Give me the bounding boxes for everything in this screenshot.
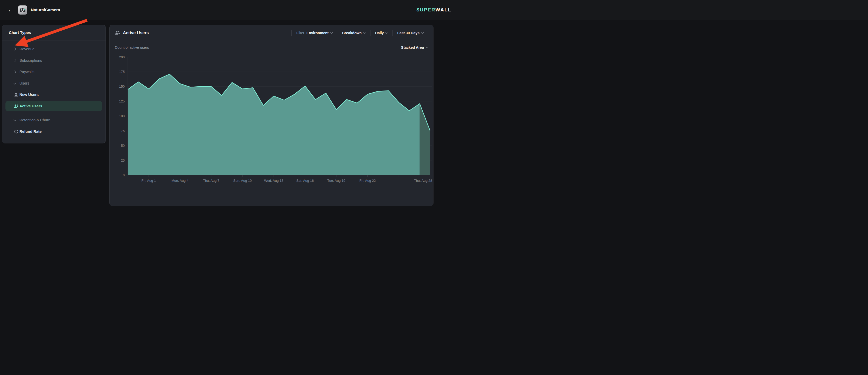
sidebar-item-label: Active Users xyxy=(20,104,42,108)
users-icon xyxy=(14,104,20,108)
breakdown-filter[interactable]: Breakdown xyxy=(337,30,370,36)
sidebar-item-label: Paywalls xyxy=(20,70,34,74)
y-axis-tick-label: 100 xyxy=(119,114,125,118)
back-button[interactable]: ← xyxy=(5,5,16,14)
chevron-down-icon xyxy=(330,31,333,34)
sidebar-item-label: Retention & Churn xyxy=(20,118,50,122)
x-axis-tick-label: Thu, Aug 28 xyxy=(414,179,432,183)
chevron-right-icon xyxy=(13,70,16,73)
interval-value: Daily xyxy=(375,31,384,35)
x-axis-tick-label: Sun, Aug 10 xyxy=(233,179,252,183)
sidebar-item-new-users[interactable]: New Users xyxy=(5,89,102,100)
y-axis-tick-label: 75 xyxy=(121,129,125,133)
sidebar-item-label: New Users xyxy=(20,93,39,97)
environment-filter[interactable]: Filter Environment xyxy=(291,30,337,36)
filter-bar: Filter Environment Breakdown Daily Last … xyxy=(291,30,428,36)
sidebar-item-retention-churn[interactable]: Retention & Churn xyxy=(5,114,102,126)
area-fill xyxy=(128,74,420,175)
expand-toggle xyxy=(14,83,20,84)
chevron-down-icon xyxy=(13,118,16,121)
date-range-filter[interactable]: Last 30 Days xyxy=(392,30,428,36)
users-icon xyxy=(115,30,120,35)
sidebar-item-label: Refund Rate xyxy=(20,129,41,133)
chevron-down-icon xyxy=(426,46,429,49)
y-axis-tick-label: 175 xyxy=(119,70,125,74)
chevron-down-icon xyxy=(13,82,16,84)
chevron-right-icon xyxy=(13,59,16,62)
chart-subtitle: Count of active users xyxy=(115,45,149,50)
chart-type-selector[interactable]: Stacked Area xyxy=(401,45,428,50)
y-axis-tick-label: 150 xyxy=(119,85,125,88)
chart-types-panel: Chart Types RevenueSubscriptionsPaywalls… xyxy=(2,25,106,144)
breakdown-value: Breakdown xyxy=(342,31,362,35)
app-name: NaturalCamera xyxy=(31,7,60,12)
y-axis-tick-label: 50 xyxy=(121,144,125,148)
chart-types-list: RevenueSubscriptionsPaywallsUsersNew Use… xyxy=(2,40,105,137)
chevron-down-icon xyxy=(421,31,424,34)
refresh-icon xyxy=(14,129,20,134)
y-axis-tick-label: 0 xyxy=(123,173,125,177)
sidebar-item-active-users[interactable]: Active Users xyxy=(5,101,102,111)
user-icon xyxy=(14,92,20,97)
page-title: Active Users xyxy=(123,30,149,35)
active-users-panel: Active Users Filter Environment Breakdow… xyxy=(110,25,433,187)
interval-filter[interactable]: Daily xyxy=(370,30,392,36)
active-users-area-chart: 0255075100125150175200Fri, Aug 1Mon, Aug… xyxy=(110,51,434,187)
date-range-value: Last 30 Days xyxy=(397,31,420,35)
area-fill-partial xyxy=(420,104,430,175)
x-axis-tick-label: Fri, Aug 22 xyxy=(359,179,376,183)
x-axis-tick-label: Wed, Aug 13 xyxy=(264,179,283,183)
sidebar-item-refund-rate[interactable]: Refund Rate xyxy=(5,126,102,137)
environment-value: Environment xyxy=(306,31,329,35)
y-axis-tick-label: 125 xyxy=(119,99,125,103)
chart-type-value: Stacked Area xyxy=(401,45,424,50)
app-icon xyxy=(18,5,27,14)
expand-toggle xyxy=(14,71,20,73)
y-axis-tick-label: 200 xyxy=(119,55,125,59)
expand-toggle xyxy=(14,120,20,121)
expand-toggle xyxy=(14,59,20,61)
x-axis-tick-label: Mon, Aug 4 xyxy=(172,179,188,183)
sidebar-item-revenue[interactable]: Revenue xyxy=(5,43,102,55)
x-axis-tick-label: Tue, Aug 19 xyxy=(327,179,345,183)
chart-types-title: Chart Types xyxy=(2,25,105,40)
top-bar: ← NaturalCamera $UPERWALL xyxy=(0,0,434,20)
x-axis-tick-label: Fri, Aug 1 xyxy=(142,179,156,183)
panel-header: Active Users Filter Environment Breakdow… xyxy=(110,25,433,41)
sidebar-item-users[interactable]: Users xyxy=(5,77,102,89)
chevron-down-icon xyxy=(363,31,366,34)
logo-primary: $UPER xyxy=(416,7,434,12)
sidebar-item-label: Users xyxy=(20,81,29,85)
filter-label: Filter xyxy=(296,31,304,35)
sidebar-item-label: Subscriptions xyxy=(20,58,42,63)
sidebar-item-paywalls[interactable]: Paywalls xyxy=(5,66,102,77)
expand-toggle xyxy=(14,48,20,50)
sidebar-item-subscriptions[interactable]: Subscriptions xyxy=(5,55,102,66)
chevron-right-icon xyxy=(13,48,16,50)
x-axis-tick-label: Sat, Aug 16 xyxy=(296,179,314,183)
chevron-down-icon xyxy=(385,31,388,34)
x-axis-tick-label: Thu, Aug 7 xyxy=(203,179,219,183)
superwall-logo: $UPERWALL xyxy=(416,7,434,13)
y-axis-tick-label: 25 xyxy=(121,158,125,162)
sidebar-item-label: Revenue xyxy=(20,47,34,51)
camera-icon xyxy=(19,6,26,13)
